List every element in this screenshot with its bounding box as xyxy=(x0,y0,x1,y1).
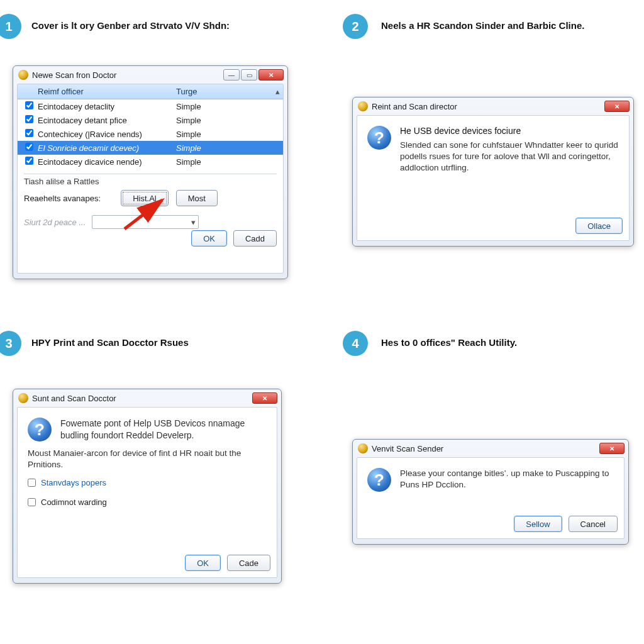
row-checkbox[interactable] xyxy=(25,143,33,151)
close-button[interactable]: ✕ xyxy=(258,69,284,80)
message-body: Please your contange bitles‛. up make to… xyxy=(400,468,614,491)
window-usb-info: Reint and Scan director ✕ ? He USB devic… xyxy=(352,97,634,247)
checkbox-codimnot[interactable]: Codimnot warding xyxy=(18,496,277,508)
message-body: Moust Manaier-arcon for device of fint d… xyxy=(28,448,267,470)
close-button[interactable]: ✕ xyxy=(604,101,630,112)
column-headers: Reimf officer Turge ▴ xyxy=(18,84,283,99)
window-title: Venvit Scan Sender xyxy=(372,444,599,453)
cancel-button[interactable]: Cancel xyxy=(569,516,618,532)
histal-button[interactable]: Hist.Al xyxy=(121,190,169,206)
app-icon xyxy=(18,70,28,80)
app-icon xyxy=(18,393,28,403)
step-4-badge: 4 xyxy=(343,331,368,356)
step-2-label: Neels a HR Scandon Sinder and Barbic Cli… xyxy=(381,20,633,31)
question-icon: ? xyxy=(367,468,391,492)
row-type: Simple xyxy=(172,102,272,111)
close-button[interactable]: ✕ xyxy=(252,392,277,404)
row-type: Simple xyxy=(172,130,272,139)
step-2-badge: 2 xyxy=(343,14,368,39)
row-type: Simple xyxy=(172,143,272,153)
cade-button[interactable]: Cade xyxy=(227,555,270,571)
peace-combobox[interactable] xyxy=(92,215,199,229)
close-button[interactable]: ✕ xyxy=(599,443,625,454)
row-checkbox[interactable] xyxy=(25,129,33,137)
checkbox-stanvdays-box[interactable] xyxy=(28,479,36,487)
row-name: Ecintodacey detaclity xyxy=(34,102,172,111)
combo-label: Siurt 2d peace ... xyxy=(24,218,86,227)
window-title: Newe Scan fron Doctor xyxy=(32,70,223,80)
window-scan-doctor: Newe Scan fron Doctor — ▭ ✕ Reimf office… xyxy=(13,65,288,279)
row-name: El Sonricie decamir dcevec) xyxy=(34,143,172,153)
window-usb-warning: Sunt and Scan Docctor ✕ ? Fowemate pont … xyxy=(13,389,282,584)
list-item[interactable]: Contechicey (|Ravice nends)Simple xyxy=(18,127,283,141)
window-title: Sunt and Scan Docctor xyxy=(32,394,252,403)
step-1-badge: 1 xyxy=(0,14,21,39)
row-checkbox[interactable] xyxy=(25,101,33,109)
sellow-button[interactable]: Sellow xyxy=(514,516,562,532)
checkbox-codimnot-box[interactable] xyxy=(28,498,36,506)
col-type[interactable]: Turge xyxy=(172,87,272,96)
message-headline: Fowemate pont of Help USB Devicos nnamag… xyxy=(60,418,267,441)
options-group: Tiash alilse a Rattles Reaehelts avanape… xyxy=(24,174,277,224)
cadd-button[interactable]: Cadd xyxy=(233,230,277,247)
row-name: Contechicey (|Ravice nends) xyxy=(34,130,172,139)
group-sub-label: Reaehelts avanapes: xyxy=(24,194,101,203)
question-icon: ? xyxy=(367,126,391,150)
row-name: Ecintodacey detant pfice xyxy=(34,116,172,125)
message-body: Slended can sone for cuhfstauer Whndatte… xyxy=(400,140,619,174)
checkbox-stanvdays[interactable]: Stanvdays popers xyxy=(18,477,277,489)
list-item[interactable]: Ecintodacey detant pficeSimple xyxy=(18,113,283,127)
window-title: Reint and Scan director xyxy=(372,102,604,111)
step-1-label: Cover is lt ory Genber ard Strvato V/V S… xyxy=(31,20,302,31)
row-checkbox[interactable] xyxy=(25,115,33,123)
question-icon: ? xyxy=(28,418,52,441)
list-item[interactable]: El Sonricie decamir dcevec)Simple xyxy=(18,141,283,155)
message-headline: He USB device devices fociure xyxy=(400,126,619,136)
step-4-label: Hes to 0 offices" Reach Utility. xyxy=(381,337,633,348)
minimize-button[interactable]: — xyxy=(223,69,240,80)
ok-button[interactable]: OK xyxy=(191,230,227,247)
ok-button[interactable]: OK xyxy=(185,555,221,571)
group-title: Tiash alilse a Rattles xyxy=(24,177,277,186)
checkbox-stanvdays-label: Stanvdays popers xyxy=(41,478,106,487)
step-3-badge: 3 xyxy=(0,331,21,356)
row-name: Ecintodacey dicavice nende) xyxy=(34,157,172,167)
app-icon xyxy=(358,443,368,453)
scroll-up-icon[interactable]: ▴ xyxy=(272,86,283,98)
list-item[interactable]: Ecintodacey detaclitySimple xyxy=(18,99,283,113)
ollace-button[interactable]: Ollace xyxy=(575,218,623,234)
row-checkbox[interactable] xyxy=(25,157,33,165)
checkbox-codimnot-label: Codimnot warding xyxy=(41,497,107,507)
row-type: Simple xyxy=(172,157,272,167)
maximize-button[interactable]: ▭ xyxy=(241,69,257,80)
window-scan-sender: Venvit Scan Sender ✕ ? Please your conta… xyxy=(352,439,629,545)
row-type: Simple xyxy=(172,116,272,125)
step-3-label: HPY Print and Scan Docctor Rsues xyxy=(31,337,302,348)
list-item[interactable]: Ecintodacey dicavice nende)Simple xyxy=(18,155,283,169)
most-button[interactable]: Most xyxy=(176,190,218,206)
app-icon xyxy=(358,101,368,111)
col-name[interactable]: Reimf officer xyxy=(34,87,172,96)
